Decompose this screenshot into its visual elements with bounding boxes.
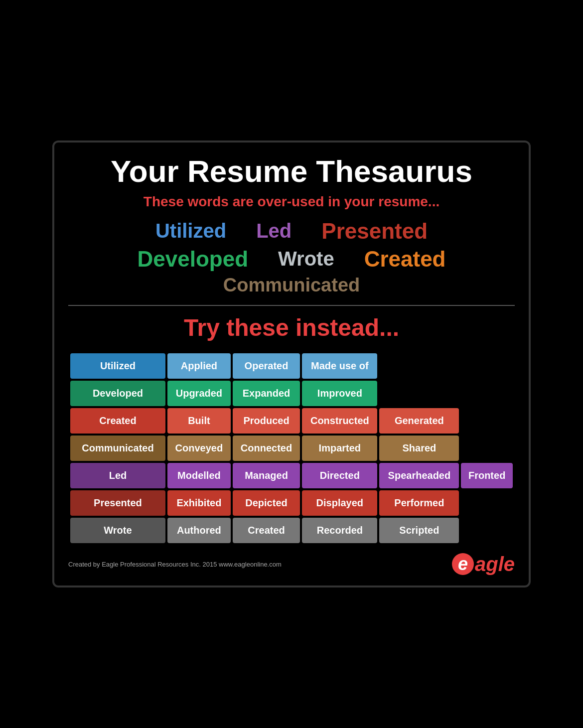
synonym-cell-6-0: Authored <box>167 518 231 543</box>
eagle-logo-text: agle <box>475 553 515 576</box>
synonym-cell-2-1: Produced <box>233 408 300 434</box>
synonym-cell-0-2: Made use of <box>302 353 377 379</box>
overused-communicated: Communicated <box>223 275 360 296</box>
synonym-row-utilized: UtilizedAppliedOperatedMade use of <box>70 353 513 379</box>
synonym-cell-2-0: Built <box>167 408 231 434</box>
overused-words-section: Utilized Led Presented Developed Wrote C… <box>68 219 515 296</box>
synonym-cell-5-1: Depicted <box>233 490 300 516</box>
synonym-cell-3-2: Imparted <box>302 436 377 461</box>
footer-text: Created by Eagle Professional Resources … <box>68 561 282 568</box>
overused-row-2: Developed Wrote Created <box>68 247 515 272</box>
synonym-row-created: CreatedBuiltProducedConstructedGenerated <box>70 408 513 434</box>
synonym-cell-0-0: Applied <box>167 353 231 379</box>
infographic-container: Your Resume Thesaurus These words are ov… <box>52 141 531 587</box>
synonym-cell-1-0: Upgraded <box>167 381 231 406</box>
label-presented: Presented <box>70 490 165 516</box>
synonym-cell-6-2: Recorded <box>302 518 377 543</box>
synonym-cell-4-1: Managed <box>233 463 300 488</box>
eagle-logo: e agle <box>452 553 515 576</box>
label-wrote: Wrote <box>70 518 165 543</box>
synonym-cell-4-4: Fronted <box>461 463 513 488</box>
main-title: Your Resume Thesaurus <box>68 154 515 188</box>
overused-row-1: Utilized Led Presented <box>68 219 515 244</box>
label-utilized: Utilized <box>70 353 165 379</box>
synonym-cell-3-1: Connected <box>233 436 300 461</box>
synonym-row-communicated: CommunicatedConveyedConnectedImpartedSha… <box>70 436 513 461</box>
label-developed: Developed <box>70 381 165 406</box>
synonym-table: UtilizedAppliedOperatedMade use ofDevelo… <box>68 351 515 545</box>
synonym-cell-4-3: Spearheaded <box>379 463 459 488</box>
synonym-cell-5-0: Exhibited <box>167 490 231 516</box>
synonym-cell-3-0: Conveyed <box>167 436 231 461</box>
synonym-cell-1-2: Improved <box>302 381 377 406</box>
overused-row-3: Communicated <box>68 275 515 296</box>
synonym-cell-2-3: Generated <box>379 408 459 434</box>
synonym-cell-6-3: Scripted <box>379 518 459 543</box>
footer: Created by Eagle Professional Resources … <box>68 553 515 576</box>
try-instead-heading: Try these instead... <box>68 314 515 341</box>
label-communicated: Communicated <box>70 436 165 461</box>
overused-developed: Developed <box>138 247 249 272</box>
overused-presented: Presented <box>321 219 428 244</box>
label-led: Led <box>70 463 165 488</box>
synonym-cell-4-0: Modelled <box>167 463 231 488</box>
synonym-cell-0-1: Operated <box>233 353 300 379</box>
synonym-row-led: LedModelledManagedDirectedSpearheadedFro… <box>70 463 513 488</box>
synonym-row-presented: PresentedExhibitedDepictedDisplayedPerfo… <box>70 490 513 516</box>
section-divider <box>68 305 515 306</box>
subtitle: These words are over-used in your resume… <box>68 194 515 210</box>
synonym-row-developed: DevelopedUpgradedExpandedImproved <box>70 381 513 406</box>
overused-led: Led <box>256 220 292 242</box>
synonym-cell-6-1: Created <box>233 518 300 543</box>
synonym-cell-1-1: Expanded <box>233 381 300 406</box>
overused-utilized: Utilized <box>155 220 226 242</box>
synonym-row-wrote: WroteAuthoredCreatedRecordedScripted <box>70 518 513 543</box>
synonym-cell-3-3: Shared <box>379 436 459 461</box>
synonym-cell-5-2: Displayed <box>302 490 377 516</box>
synonym-cell-2-2: Constructed <box>302 408 377 434</box>
label-created: Created <box>70 408 165 434</box>
synonym-cell-5-3: Performed <box>379 490 459 516</box>
synonym-cell-4-2: Directed <box>302 463 377 488</box>
eagle-e-icon: e <box>452 553 474 575</box>
overused-created: Created <box>364 247 446 272</box>
overused-wrote: Wrote <box>278 248 334 270</box>
